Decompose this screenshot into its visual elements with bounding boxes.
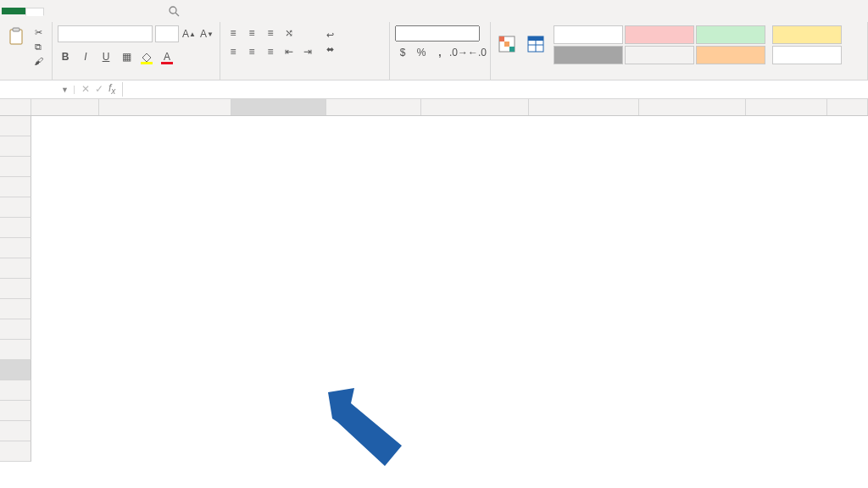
paste-button[interactable]	[5, 25, 27, 47]
decrease-font-icon[interactable]: A▼	[199, 26, 214, 42]
col-header-G[interactable]	[639, 99, 746, 115]
style-explanatory[interactable]	[625, 46, 694, 64]
row-headers[interactable]	[0, 116, 31, 462]
row-header-13[interactable]	[0, 360, 31, 380]
select-all-corner[interactable]	[0, 99, 31, 115]
col-header-E[interactable]	[421, 99, 529, 115]
scissors-icon: ✂	[32, 26, 44, 38]
group-number: $ % , .0→ ←.0	[390, 22, 491, 80]
increase-indent-icon[interactable]: ⇥	[300, 44, 315, 59]
row-header-17[interactable]	[0, 441, 31, 462]
fill-color-button[interactable]	[139, 49, 154, 64]
col-header-F[interactable]	[529, 99, 639, 115]
cut-button[interactable]: ✂	[32, 25, 47, 39]
row-header-1[interactable]	[0, 116, 31, 136]
tab-formulas[interactable]	[78, 8, 95, 14]
cancel-formula-icon[interactable]: ✕	[81, 83, 90, 95]
fx-icon[interactable]: fx	[108, 82, 115, 96]
align-right-icon[interactable]: ≡	[263, 44, 278, 59]
tell-me-search[interactable]	[168, 5, 183, 17]
conditional-formatting-button[interactable]	[496, 33, 518, 57]
tab-data[interactable]	[95, 8, 112, 14]
format-as-table-button[interactable]	[525, 33, 547, 57]
tab-page-layout[interactable]	[61, 8, 78, 14]
col-header-B[interactable]	[99, 99, 231, 115]
wrap-text-button[interactable]: ↩	[324, 29, 338, 42]
worksheet[interactable]	[0, 99, 868, 462]
bold-button[interactable]: B	[58, 49, 73, 64]
row-header-8[interactable]	[0, 258, 31, 279]
group-label-font	[58, 77, 214, 80]
row-header-2[interactable]	[0, 136, 31, 157]
increase-font-icon[interactable]: A▲	[181, 26, 197, 42]
ribbon-tabs	[0, 0, 868, 22]
decrease-decimal-icon[interactable]: ←.0	[470, 45, 485, 60]
accounting-format-icon[interactable]: $	[395, 45, 410, 60]
copy-icon: ⧉	[32, 41, 44, 53]
style-good[interactable]	[696, 25, 765, 44]
col-header-I[interactable]	[827, 99, 868, 115]
row-header-16[interactable]	[0, 421, 31, 441]
format-painter-button[interactable]: 🖌	[32, 54, 47, 68]
copy-button[interactable]: ⧉	[32, 40, 47, 53]
tab-insert[interactable]	[44, 8, 61, 14]
enter-formula-icon[interactable]: ✓	[95, 83, 103, 95]
paintbrush-icon: 🖌	[32, 55, 44, 67]
percent-format-icon[interactable]: %	[414, 45, 429, 60]
style-linked[interactable]	[772, 46, 842, 64]
increase-decimal-icon[interactable]: .0→	[451, 45, 466, 60]
row-header-14[interactable]	[0, 380, 31, 401]
tab-file[interactable]	[2, 8, 25, 14]
group-alignment: ≡ ≡ ≡ ⤭ ≡ ≡ ≡ ⇤ ⇥ ↩	[220, 22, 390, 80]
name-box[interactable]: ▼	[0, 86, 75, 94]
row-header-3[interactable]	[0, 157, 31, 177]
tab-review[interactable]	[112, 8, 129, 14]
tab-help[interactable]	[146, 8, 163, 14]
row-header-12[interactable]	[0, 340, 31, 360]
tab-home[interactable]	[25, 8, 44, 16]
italic-button[interactable]: I	[78, 49, 93, 64]
font-size-select[interactable]	[155, 25, 179, 42]
col-header-A[interactable]	[31, 99, 99, 115]
orientation-icon[interactable]: ⤭	[281, 25, 297, 41]
align-bottom-icon[interactable]: ≡	[263, 25, 278, 41]
decrease-indent-icon[interactable]: ⇤	[281, 44, 297, 59]
svg-point-0	[170, 7, 176, 14]
style-check-cell[interactable]	[554, 46, 623, 64]
cells-grid[interactable]	[31, 116, 868, 462]
row-header-9[interactable]	[0, 279, 31, 299]
column-headers[interactable]	[0, 99, 868, 116]
row-header-11[interactable]	[0, 319, 31, 340]
font-family-select[interactable]	[58, 25, 153, 42]
svg-rect-7	[509, 47, 515, 52]
style-bad[interactable]	[625, 25, 694, 44]
align-top-icon[interactable]: ≡	[225, 25, 241, 41]
col-header-D[interactable]	[326, 99, 421, 115]
cell-styles-gallery[interactable]	[554, 25, 765, 64]
style-input[interactable]	[696, 46, 765, 64]
row-header-4[interactable]	[0, 177, 31, 197]
align-center-icon[interactable]: ≡	[244, 44, 259, 59]
col-header-H[interactable]	[746, 99, 827, 115]
borders-button[interactable]: ▦	[119, 49, 134, 64]
row-header-5[interactable]	[0, 197, 31, 218]
merge-center-button[interactable]: ⬌	[324, 43, 338, 57]
underline-button[interactable]: U	[98, 49, 114, 64]
align-left-icon[interactable]: ≡	[225, 44, 241, 59]
number-format-select[interactable]	[395, 25, 480, 42]
comma-format-icon[interactable]: ,	[432, 45, 448, 60]
font-color-button[interactable]: A	[159, 49, 175, 64]
group-styles	[491, 22, 868, 80]
tab-view[interactable]	[129, 8, 146, 14]
style-normal[interactable]	[554, 25, 623, 44]
group-label-alignment	[225, 77, 384, 80]
style-neutral[interactable]	[772, 25, 842, 44]
row-header-10[interactable]	[0, 299, 31, 319]
row-header-15[interactable]	[0, 401, 31, 421]
row-header-7[interactable]	[0, 238, 31, 258]
table-icon	[526, 35, 545, 53]
align-middle-icon[interactable]: ≡	[244, 25, 259, 41]
svg-rect-6	[504, 42, 509, 47]
col-header-C[interactable]	[231, 99, 326, 115]
row-header-6[interactable]	[0, 218, 31, 238]
